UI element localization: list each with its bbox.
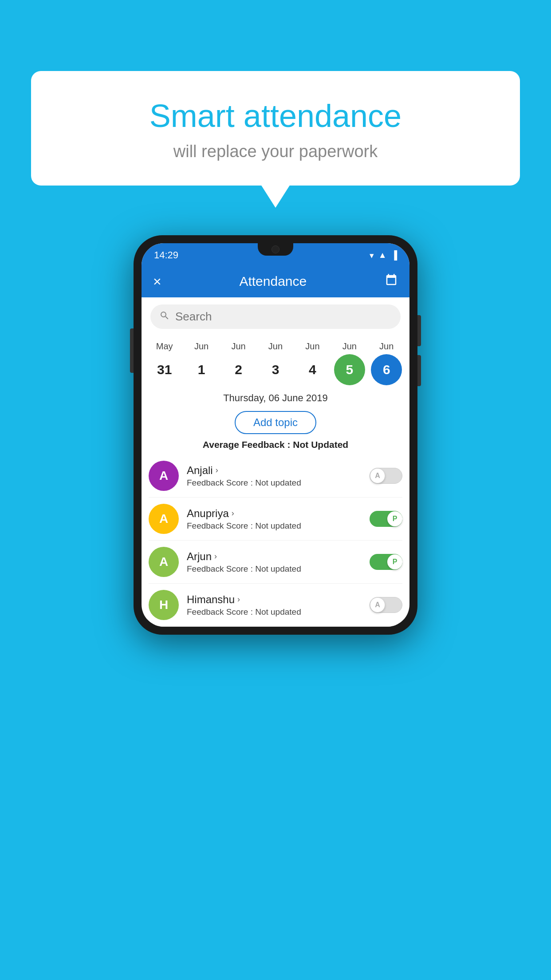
feedback-score-label: Feedback Score : <box>187 607 255 616</box>
cal-day-number[interactable]: 5 <box>334 354 365 385</box>
toggle-switch[interactable]: A <box>370 597 402 613</box>
speech-bubble-container: Smart attendance will replace your paper… <box>31 71 520 186</box>
student-name[interactable]: Arjun › <box>187 550 365 563</box>
feedback-score-value: Not updated <box>255 521 301 530</box>
toggle-thumb: P <box>387 554 402 569</box>
feedback-score-label: Feedback Score : <box>187 478 255 487</box>
date-header: Thursday, 06 June 2019 <box>142 385 409 407</box>
attendance-toggle[interactable]: A <box>370 468 402 484</box>
power-button[interactable] <box>130 328 134 373</box>
toggle-switch[interactable]: P <box>370 554 402 570</box>
speech-bubble-title: Smart attendance <box>53 98 498 134</box>
search-input[interactable] <box>175 310 392 324</box>
calendar-day[interactable]: Jun 3 <box>258 341 293 385</box>
feedback-score: Feedback Score : Not updated <box>187 564 365 574</box>
front-camera <box>272 245 279 253</box>
calendar-day[interactable]: May 31 <box>147 341 182 385</box>
cal-day-number[interactable]: 1 <box>186 354 217 385</box>
attendance-toggle[interactable]: P <box>370 554 402 570</box>
speech-bubble: Smart attendance will replace your paper… <box>31 71 520 186</box>
cal-month-label: May <box>156 341 173 352</box>
volume-up-button[interactable] <box>417 315 421 346</box>
calendar-day[interactable]: Jun 4 <box>295 341 330 385</box>
feedback-score-value: Not updated <box>255 564 301 573</box>
phone-frame: 14:29 ▾ ▲ ▐ × Attendance <box>134 235 417 635</box>
calendar-day[interactable]: Jun 2 <box>221 341 256 385</box>
attendance-toggle[interactable]: A <box>370 597 402 613</box>
cal-day-number[interactable]: 4 <box>297 354 328 385</box>
search-icon <box>159 310 170 324</box>
toggle-thumb: A <box>370 468 385 483</box>
student-row: A Anupriya › Feedback Score : Not update… <box>149 498 402 541</box>
student-info: Arjun › Feedback Score : Not updated <box>187 550 365 574</box>
feedback-score-value: Not updated <box>255 607 301 616</box>
student-list: A Anjali › Feedback Score : Not updated … <box>142 454 409 627</box>
feedback-score-label: Feedback Score : <box>187 564 255 573</box>
cal-month-label: Jun <box>231 341 245 352</box>
feedback-score-label: Feedback Score : <box>187 521 255 530</box>
cal-month-label: Jun <box>342 341 357 352</box>
student-avatar: H <box>149 590 179 620</box>
avg-feedback-label: Average Feedback : <box>203 439 293 450</box>
toggle-thumb: A <box>370 597 385 612</box>
close-button[interactable]: × <box>153 273 161 290</box>
signal-icon: ▲ <box>378 250 387 260</box>
student-info: Anupriya › Feedback Score : Not updated <box>187 507 365 531</box>
status-icons: ▾ ▲ ▐ <box>370 250 397 261</box>
speech-bubble-subtitle: will replace your paperwork <box>53 142 498 161</box>
cal-month-label: Jun <box>194 341 209 352</box>
app-bar: × Attendance <box>142 265 409 297</box>
battery-icon: ▐ <box>391 250 397 260</box>
student-row: A Arjun › Feedback Score : Not updated P <box>149 541 402 584</box>
wifi-icon: ▾ <box>370 250 374 261</box>
cal-day-number[interactable]: 6 <box>371 354 402 385</box>
chevron-right-icon: › <box>214 552 217 561</box>
cal-day-number[interactable]: 2 <box>223 354 254 385</box>
cal-day-number[interactable]: 31 <box>149 354 180 385</box>
cal-day-number[interactable]: 3 <box>260 354 291 385</box>
feedback-score: Feedback Score : Not updated <box>187 521 365 531</box>
student-name[interactable]: Anjali › <box>187 464 365 477</box>
toggle-switch[interactable]: A <box>370 468 402 484</box>
calendar-icon[interactable] <box>385 273 398 290</box>
toggle-switch[interactable]: P <box>370 511 402 527</box>
student-name[interactable]: Anupriya › <box>187 507 365 520</box>
notch <box>258 243 293 256</box>
student-avatar: A <box>149 504 179 534</box>
student-info: Himanshu › Feedback Score : Not updated <box>187 593 365 617</box>
student-info: Anjali › Feedback Score : Not updated <box>187 464 365 488</box>
student-row: H Himanshu › Feedback Score : Not update… <box>149 584 402 627</box>
toggle-thumb: P <box>387 511 402 526</box>
chevron-right-icon: › <box>237 595 240 604</box>
cal-month-label: Jun <box>305 341 319 352</box>
feedback-score: Feedback Score : Not updated <box>187 607 365 617</box>
cal-month-label: Jun <box>268 341 283 352</box>
calendar-day[interactable]: Jun 1 <box>184 341 219 385</box>
cal-month-label: Jun <box>379 341 394 352</box>
average-feedback: Average Feedback : Not Updated <box>142 439 409 450</box>
calendar-day[interactable]: Jun 5 <box>332 341 367 385</box>
search-bar[interactable] <box>150 304 401 329</box>
calendar-strip: May 31 Jun 1 Jun 2 Jun 3 Jun 4 Jun 5 Jun… <box>142 336 409 385</box>
phone-container: 14:29 ▾ ▲ ▐ × Attendance <box>134 235 417 635</box>
feedback-score-value: Not updated <box>255 478 301 487</box>
phone-screen: 14:29 ▾ ▲ ▐ × Attendance <box>142 243 409 627</box>
chevron-right-icon: › <box>232 509 234 518</box>
calendar-day[interactable]: Jun 6 <box>369 341 404 385</box>
status-time: 14:29 <box>154 249 178 261</box>
student-avatar: A <box>149 547 179 577</box>
feedback-score: Feedback Score : Not updated <box>187 478 365 488</box>
add-topic-button[interactable]: Add topic <box>235 411 316 434</box>
attendance-toggle[interactable]: P <box>370 511 402 527</box>
chevron-right-icon: › <box>216 466 218 475</box>
app-bar-title: Attendance <box>239 274 307 289</box>
student-name[interactable]: Himanshu › <box>187 593 365 606</box>
student-row: A Anjali › Feedback Score : Not updated … <box>149 454 402 498</box>
avg-feedback-value: Not Updated <box>293 439 348 450</box>
volume-down-button[interactable] <box>417 355 421 386</box>
student-avatar: A <box>149 461 179 491</box>
